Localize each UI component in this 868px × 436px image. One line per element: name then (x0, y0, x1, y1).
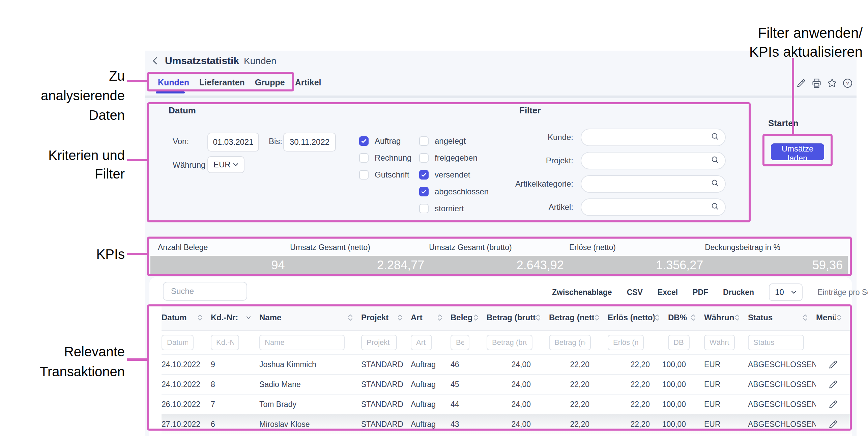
export-csv-button[interactable]: CSV (627, 288, 643, 297)
cell-art: Auftrag (411, 380, 451, 389)
row-edit-button[interactable] (828, 419, 838, 429)
kpi-value: 94 (271, 258, 285, 272)
checkbox-label: versendet (435, 170, 470, 180)
checkbox-label: abgeschlossen (435, 187, 489, 196)
back-button[interactable] (150, 56, 160, 66)
annotation-connector-criteria (127, 159, 148, 161)
page-size-select[interactable]: 10 (769, 283, 803, 301)
umsaetze-laden-button[interactable]: Umsätze laden (771, 143, 824, 160)
column-header-waehrung[interactable]: Währung (704, 313, 748, 322)
printer-button[interactable] (811, 78, 822, 89)
column-filter-db[interactable] (668, 335, 690, 350)
doc-type-checkbox-group: AuftragRechnungGutschrift (359, 133, 411, 183)
filter-input-field[interactable] (589, 202, 711, 212)
export-pdf-button[interactable]: PDF (693, 288, 708, 297)
tab-artikel[interactable]: Artikel (295, 78, 321, 87)
column-filter-waehrung[interactable] (704, 335, 735, 350)
column-filter-betrag-brutto[interactable] (487, 335, 532, 350)
filter-input-field[interactable] (589, 156, 711, 165)
tab-lieferanten[interactable]: Lieferanten (199, 78, 245, 87)
cell-name: Sadio Mane (259, 380, 361, 389)
column-header-name[interactable]: Name (259, 313, 361, 322)
checkbox-gutschrift[interactable]: Gutschrift (359, 166, 411, 183)
pencil-button[interactable] (795, 78, 807, 89)
column-header-beleg[interactable]: Beleg (451, 313, 487, 322)
waehrung-select[interactable]: EUR (207, 156, 244, 173)
filter-input-artikelkategorie[interactable] (581, 175, 726, 193)
column-header-label: Kd.-Nr: (211, 313, 238, 322)
kpi-cell: 59,36 (708, 256, 848, 274)
filter-input-field[interactable] (589, 132, 711, 142)
cell-db: 100,00 (662, 400, 704, 409)
column-header-betrag-netto[interactable]: Betrag (netto) (549, 313, 608, 322)
sort-icon (348, 314, 353, 322)
cell-kd-nr: 6 (211, 420, 259, 429)
column-filter-name[interactable] (259, 335, 345, 350)
annotation-line: Zu (41, 66, 125, 86)
column-filter-projekt[interactable] (361, 335, 397, 350)
checkbox-box-icon (419, 187, 429, 196)
checkbox-rechnung[interactable]: Rechnung (359, 149, 411, 166)
kpi-value: 1.356,27 (656, 258, 703, 272)
star-button[interactable] (827, 78, 838, 89)
filter-input-projekt[interactable] (581, 152, 726, 169)
filter-cell (668, 335, 704, 350)
filter-input-field[interactable] (589, 179, 711, 189)
filter-input-kunde[interactable] (581, 129, 726, 146)
filter-cell (549, 335, 608, 350)
column-filter-kd-nr[interactable] (211, 335, 239, 350)
sort-icon (836, 314, 842, 322)
column-header-db[interactable]: DB% (668, 313, 704, 322)
bis-date-input[interactable] (283, 133, 336, 152)
row-edit-button[interactable] (828, 399, 838, 409)
tab-kunden[interactable]: Kunden (158, 78, 189, 87)
table-row[interactable]: 27.10.20226Miroslav KloseSTANDARDAuftrag… (162, 414, 852, 434)
column-header-menue[interactable]: Menü (816, 313, 850, 322)
export-zwischenablage-button[interactable]: Zwischenablage (552, 288, 612, 297)
column-header-datum[interactable]: Datum (162, 313, 211, 322)
column-filter-status[interactable] (748, 335, 804, 350)
export-drucken-button[interactable]: Drucken (723, 288, 754, 297)
checkbox-box-icon (419, 136, 429, 146)
export-excel-button[interactable]: Excel (658, 288, 678, 297)
column-header-erloes-netto[interactable]: Erlös (netto) (608, 313, 668, 322)
checkbox-label: Rechnung (375, 153, 411, 163)
filter-cell (451, 335, 487, 350)
column-header-label: Erlös (netto) (608, 313, 655, 322)
column-header-status[interactable]: Status (748, 313, 816, 322)
table-row[interactable]: 24.10.20229Joshua KimmichSTANDARDAuftrag… (162, 355, 852, 375)
column-filter-beleg[interactable] (451, 335, 469, 350)
column-filter-art[interactable] (411, 335, 432, 350)
search-icon (711, 156, 720, 166)
table-row[interactable]: 26.10.20227Tom BradySTANDARDAuftrag4424,… (162, 394, 852, 414)
row-edit-button[interactable] (828, 359, 838, 370)
column-filter-betrag-netto[interactable] (549, 335, 591, 350)
checkbox-freigegeben[interactable]: freigegeben (419, 149, 489, 166)
cell-beleg: 45 (451, 380, 487, 389)
search-input[interactable] (163, 282, 247, 301)
checkbox-storniert[interactable]: storniert (419, 200, 489, 217)
filter-row: Projekt: (506, 149, 726, 172)
kpi-value: 2.284,77 (377, 258, 424, 272)
bis-label: Bis: (269, 137, 282, 146)
checkbox-auftrag[interactable]: Auftrag (359, 133, 411, 149)
checkbox-abgeschlossen[interactable]: abgeschlossen (419, 183, 489, 200)
von-date-input[interactable] (207, 133, 259, 152)
table-row[interactable]: 24.10.20228Sadio ManeSTANDARDAuftrag4524… (162, 375, 852, 394)
checkbox-versendet[interactable]: versendet (419, 166, 489, 183)
column-header-betrag-brutto[interactable]: Betrag (brutto) (487, 313, 549, 322)
column-header-projekt[interactable]: Projekt (361, 313, 411, 322)
help-button[interactable]: ? (842, 78, 853, 89)
checkbox-angelegt[interactable]: angelegt (419, 133, 489, 149)
column-filter-datum[interactable] (162, 335, 194, 350)
cell-datum: 24.10.2022 (162, 380, 211, 389)
row-edit-button[interactable] (828, 379, 838, 389)
column-header-kd-nr[interactable]: Kd.-Nr: (211, 313, 259, 322)
filter-label: Artikelkategorie: (506, 179, 573, 189)
cell-art: Auftrag (411, 360, 451, 369)
tab-gruppe[interactable]: Gruppe (255, 78, 285, 87)
column-header-art[interactable]: Art (411, 313, 451, 322)
annotation-label-criteria-filter: Kriterien undFilter (48, 146, 125, 183)
column-filter-erloes-netto[interactable] (608, 335, 644, 350)
filter-input-artikel[interactable] (581, 198, 726, 216)
